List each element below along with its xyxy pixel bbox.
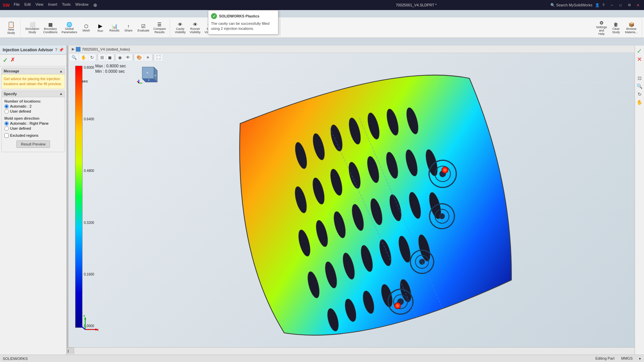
scale-val-3: 0.4800 xyxy=(84,169,94,173)
evaluate-button[interactable]: ☑ Evaluate xyxy=(136,21,151,35)
evaluate-icon: ☑ xyxy=(141,24,146,28)
specify-section-header[interactable]: Specify ▲ xyxy=(2,91,65,97)
view-full-screen-btn[interactable]: ⛶ xyxy=(155,54,162,61)
rotate-icon[interactable]: ↻ xyxy=(636,90,643,98)
breadcrumb-bar: ▶ 70025001_V4 (slotted_holes) xyxy=(68,46,644,53)
cavity-visibility-button[interactable]: 👁 CavityVisibility xyxy=(173,21,187,35)
view-sep-3 xyxy=(133,54,133,60)
sw-x-icon[interactable]: ✕ xyxy=(637,56,642,63)
accept-button[interactable]: ✓ xyxy=(3,57,8,64)
view-sep-4 xyxy=(153,54,153,60)
view-display-btn[interactable]: ◼ xyxy=(106,54,113,61)
message-chevron-icon: ▲ xyxy=(59,69,63,73)
excluded-regions-checkbox[interactable] xyxy=(4,133,9,138)
menu-tools[interactable]: Tools xyxy=(62,2,71,8)
clear-study-button[interactable]: 🗑 ClearStudy xyxy=(609,20,622,36)
new-study-icon: 📋 xyxy=(7,21,15,27)
settings-icon: ⚙ xyxy=(599,20,604,25)
view-shading-btn[interactable]: ◉ xyxy=(116,54,123,61)
cavity-visibility-label: CavityVisibility xyxy=(175,27,185,34)
user-mold-radio[interactable] xyxy=(4,126,9,131)
window-title: 70025001_V4.SLDPRT * xyxy=(282,3,550,7)
toolbar-group-sim: ⬜ SimulationStudy ▦ BoundaryConditions 🌐… xyxy=(21,19,170,37)
cancel-button[interactable]: ✗ xyxy=(10,57,15,64)
compare-results-button[interactable]: ☰ CompareResults xyxy=(152,21,167,35)
share-label: Share xyxy=(124,29,132,32)
restore-button[interactable]: ⧉ xyxy=(626,2,633,8)
settings-button[interactable]: ⚙ SettingsandHelp xyxy=(595,20,608,36)
svg-marker-70 xyxy=(80,324,83,326)
scale-bar xyxy=(75,66,83,328)
view-zoom-btn[interactable]: 🔍 xyxy=(70,54,78,61)
view-appearance-btn[interactable]: 🎨 xyxy=(135,54,144,61)
view-rotate-btn[interactable]: ↻ xyxy=(89,54,96,61)
status-units: MMGS xyxy=(621,356,633,361)
mesh-button[interactable]: ⬡ Mesh xyxy=(80,21,93,35)
view-scene-btn[interactable]: ☀ xyxy=(144,54,152,61)
run-button[interactable]: ▶ Run xyxy=(94,21,107,35)
simulation-icon: ⬜ xyxy=(30,22,35,27)
orientation-cube[interactable]: T R F xyxy=(136,64,159,87)
scale-labels: 0.8000 0.6400 0.4800 0.3200 0.1600 0.000… xyxy=(84,66,94,328)
view-pan-btn[interactable]: ✋ xyxy=(79,54,88,61)
breadcrumb-file: 70025001_V4 (slotted_holes) xyxy=(82,47,130,51)
menu-insert[interactable]: Insert xyxy=(48,2,57,8)
max-value: Max : 0.8000 sec xyxy=(95,64,126,68)
user-icon[interactable]: 👤 xyxy=(595,3,600,7)
global-params-button[interactable]: 🌐 GlobalParameters xyxy=(60,21,79,35)
result-preview-button[interactable]: Result Preview xyxy=(16,140,50,148)
simulation-button[interactable]: ⬜ SimulationStudy xyxy=(24,21,41,35)
zoom-fit-icon[interactable]: ⊡ xyxy=(636,74,643,82)
boundary-button[interactable]: ▦ BoundaryConditions xyxy=(42,21,59,35)
runner-visibility-button[interactable]: 👁 RunnerVisibility xyxy=(189,21,202,35)
view-hide-btn[interactable]: 👁 xyxy=(124,54,132,61)
auto-right-plane-radio[interactable] xyxy=(4,121,9,126)
menu-file[interactable]: File xyxy=(14,2,20,8)
runner-visibility-label: RunnerVisibility xyxy=(190,27,201,34)
minimize-button[interactable]: ─ xyxy=(608,2,615,8)
compare-icon: ☰ xyxy=(157,22,162,27)
status-arrow: ▸ xyxy=(639,356,641,361)
excluded-regions-group: Excluded regions xyxy=(4,133,62,138)
panel-title: Injection Location Advisor xyxy=(3,48,53,52)
menu-edit[interactable]: Edit xyxy=(24,2,31,8)
cavity-visibility-icon: 👁 xyxy=(178,22,182,27)
run-icon: ▶ xyxy=(98,23,102,29)
panel-actions: ✓ ✗ xyxy=(0,55,66,66)
panel-help-icon[interactable]: ? xyxy=(55,48,57,52)
share-button[interactable]: ↑ Share xyxy=(122,21,135,35)
user-locations-text: User defined xyxy=(10,109,31,113)
status-app-name: SOLIDWORKS xyxy=(3,357,595,361)
clear-study-icon: 🗑 xyxy=(613,22,618,27)
menu-window[interactable]: Window xyxy=(75,2,89,8)
model-3d-container[interactable] xyxy=(115,62,624,341)
auto-locations-radio[interactable] xyxy=(4,104,9,109)
help-icon[interactable]: ? xyxy=(602,3,604,7)
user-locations-radio[interactable] xyxy=(4,109,9,114)
sw-check-icon[interactable]: ✓ xyxy=(637,47,642,55)
panel-pin-icon[interactable]: 📌 xyxy=(59,48,64,52)
status-right: Editing Part MMGS ▸ xyxy=(595,356,641,361)
new-study-button[interactable]: 📋 NewStudy xyxy=(5,21,17,35)
zoom-in-icon[interactable]: 🔍 xyxy=(636,82,643,90)
user-mold-radio-item: User defined xyxy=(4,126,62,131)
close-button[interactable]: ✕ xyxy=(635,2,641,8)
mold-open-label: Mold open direction xyxy=(4,116,62,120)
vertical-splitter[interactable] xyxy=(67,46,68,355)
message-text: Get advice for placing the injection loc… xyxy=(4,77,62,86)
browse-material-button[interactable]: 📦 BrowseMateria... xyxy=(624,20,639,36)
results-button[interactable]: 📊 Results xyxy=(108,21,121,35)
search-bar[interactable]: 🔍 Search MySolidWorks xyxy=(550,3,592,7)
maximize-button[interactable]: □ xyxy=(617,2,624,8)
specify-label: Specify xyxy=(4,92,17,96)
menu-view[interactable]: View xyxy=(36,2,44,8)
menu-extra[interactable]: ⊕ xyxy=(93,2,97,8)
axis-indicator: X Y Z xyxy=(78,314,99,335)
view-section-btn[interactable]: ⊞ xyxy=(99,54,106,61)
scale-val-5: 0.1600 xyxy=(84,273,94,276)
message-section-header[interactable]: Message ▲ xyxy=(2,68,65,74)
pan-icon[interactable]: ✋ xyxy=(636,99,643,106)
window-controls: ─ □ ⧉ ✕ xyxy=(608,2,641,8)
main-toolbar: 📋 NewStudy ⬜ SimulationStudy ▦ BoundaryC… xyxy=(0,17,644,38)
menu-bar: File Edit View Insert Tools Window ⊕ xyxy=(14,2,282,8)
